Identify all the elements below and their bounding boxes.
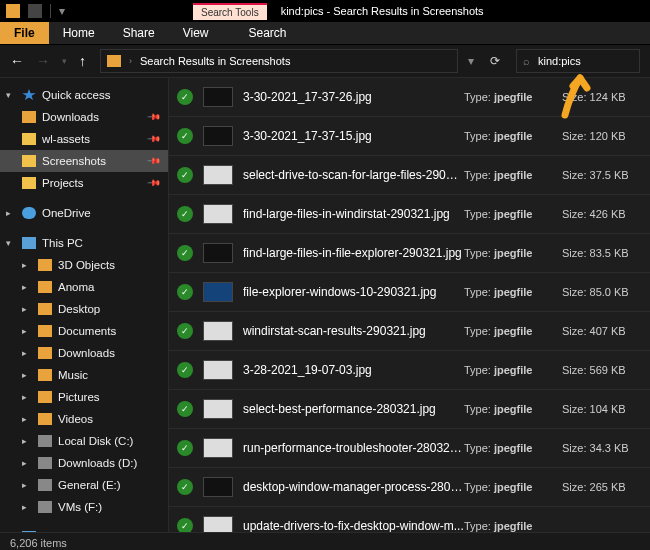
file-size: Size: 124 KB	[554, 91, 642, 103]
file-size: Size: 426 KB	[554, 208, 642, 220]
search-tools-tab[interactable]: Search Tools	[193, 3, 267, 20]
pin-icon: 📌	[147, 110, 162, 125]
tree-item[interactable]: ▸Videos	[0, 408, 168, 430]
file-type: Type: jpegfile	[464, 403, 554, 415]
file-size: Size: 265 KB	[554, 481, 642, 493]
tree-item[interactable]: wl-assets📌	[0, 128, 168, 150]
file-size: Size: 83.5 KB	[554, 247, 642, 259]
refresh-button[interactable]: ⟳	[484, 54, 506, 68]
file-type: Type: jpegfile	[464, 169, 554, 181]
search-icon: ⌕	[523, 55, 530, 67]
menu-share[interactable]: Share	[109, 22, 169, 44]
menu-view[interactable]: View	[169, 22, 223, 44]
menubar: File Home Share View Search	[0, 22, 650, 44]
window-title: kind:pics - Search Results in Screenshot…	[281, 5, 484, 17]
back-button[interactable]: ←	[10, 53, 24, 69]
folder-icon	[38, 391, 52, 403]
file-list[interactable]: ✓3-30-2021_17-37-26.jpgType: jpegfileSiz…	[169, 78, 650, 532]
file-size: Size: 34.3 KB	[554, 442, 642, 454]
tree-item[interactable]: ▸Downloads	[0, 342, 168, 364]
file-row[interactable]: ✓select-drive-to-scan-for-large-files-29…	[169, 156, 650, 195]
history-dropdown[interactable]: ▾	[62, 56, 67, 66]
pin-icon: 📌	[147, 154, 162, 169]
sync-status-icon: ✓	[177, 245, 193, 261]
dropdown-icon[interactable]: ▾	[59, 4, 65, 18]
tree-item[interactable]: ▸Downloads (D:)	[0, 452, 168, 474]
file-name: run-performance-troubleshooter-280321.j.…	[243, 441, 464, 455]
menu-file[interactable]: File	[0, 22, 49, 44]
sync-status-icon: ✓	[177, 167, 193, 183]
file-size: Size: 85.0 KB	[554, 286, 642, 298]
tree-this-pc[interactable]: ▾This PC	[0, 232, 168, 254]
tree-item[interactable]: Projects📌	[0, 172, 168, 194]
file-row[interactable]: ✓file-explorer-windows-10-290321.jpgType…	[169, 273, 650, 312]
file-row[interactable]: ✓update-drivers-to-fix-desktop-window-m.…	[169, 507, 650, 532]
save-icon[interactable]	[28, 4, 42, 18]
folder-icon	[38, 457, 52, 469]
sync-status-icon: ✓	[177, 479, 193, 495]
tree-item[interactable]: ▸Anoma	[0, 276, 168, 298]
sync-status-icon: ✓	[177, 401, 193, 417]
tree-item[interactable]: ▸VMs (F:)	[0, 496, 168, 518]
tree-item[interactable]: ▸Desktop	[0, 298, 168, 320]
chevron-right-icon: ›	[129, 56, 132, 66]
thumbnail	[203, 438, 233, 458]
file-row[interactable]: ✓select-best-performance-280321.jpgType:…	[169, 390, 650, 429]
thumbnail	[203, 243, 233, 263]
thumbnail	[203, 477, 233, 497]
file-name: desktop-window-manager-process-28031...	[243, 480, 464, 494]
folder-icon	[38, 325, 52, 337]
sync-status-icon: ✓	[177, 89, 193, 105]
file-name: windirstat-scan-results-290321.jpg	[243, 324, 464, 338]
file-row[interactable]: ✓desktop-window-manager-process-28031...…	[169, 468, 650, 507]
titlebar: ▾ Search Tools kind:pics - Search Result…	[0, 0, 650, 22]
breadcrumb[interactable]: › Search Results in Screenshots	[100, 49, 458, 73]
menu-search[interactable]: Search	[235, 22, 301, 44]
folder-icon	[38, 413, 52, 425]
up-button[interactable]: ↑	[79, 53, 86, 69]
file-name: 3-30-2021_17-37-15.jpg	[243, 129, 464, 143]
folder-icon	[6, 4, 20, 18]
thumbnail	[203, 204, 233, 224]
tree-item[interactable]: ▸General (E:)	[0, 474, 168, 496]
tree-item[interactable]: ▸3D Objects	[0, 254, 168, 276]
tree-onedrive[interactable]: ▸OneDrive	[0, 202, 168, 224]
tree-item[interactable]: Downloads📌	[0, 106, 168, 128]
item-count: 6,206 items	[10, 537, 67, 549]
file-type: Type: jpegfile	[464, 208, 554, 220]
tree-item[interactable]: ▸Music	[0, 364, 168, 386]
file-row[interactable]: ✓3-30-2021_17-37-26.jpgType: jpegfileSiz…	[169, 78, 650, 117]
sync-status-icon: ✓	[177, 323, 193, 339]
file-row[interactable]: ✓find-large-files-in-windirstat-290321.j…	[169, 195, 650, 234]
forward-button[interactable]: →	[36, 53, 50, 69]
file-row[interactable]: ✓find-large-files-in-file-explorer-29032…	[169, 234, 650, 273]
tree-quick-access[interactable]: ▾Quick access	[0, 84, 168, 106]
file-name: 3-30-2021_17-37-26.jpg	[243, 90, 464, 104]
file-type: Type: jpegfile	[464, 364, 554, 376]
tree-network[interactable]: ▸Network	[0, 526, 168, 532]
file-size: Size: 37.5 KB	[554, 169, 642, 181]
thumbnail	[203, 87, 233, 107]
tree-item[interactable]: ▸Local Disk (C:)	[0, 430, 168, 452]
file-type: Type: jpegfile	[464, 130, 554, 142]
tree-item-selected[interactable]: Screenshots📌	[0, 150, 168, 172]
tree-item[interactable]: ▸Documents	[0, 320, 168, 342]
sync-status-icon: ✓	[177, 440, 193, 456]
file-row[interactable]: ✓3-28-2021_19-07-03.jpgType: jpegfileSiz…	[169, 351, 650, 390]
file-type: Type: jpegfile	[464, 247, 554, 259]
file-type: Type: jpegfile	[464, 91, 554, 103]
folder-icon	[38, 281, 52, 293]
file-name: file-explorer-windows-10-290321.jpg	[243, 285, 464, 299]
file-row[interactable]: ✓3-30-2021_17-37-15.jpgType: jpegfileSiz…	[169, 117, 650, 156]
tree-item[interactable]: ▸Pictures	[0, 386, 168, 408]
thumbnail	[203, 321, 233, 341]
file-row[interactable]: ✓windirstat-scan-results-290321.jpgType:…	[169, 312, 650, 351]
search-input[interactable]	[536, 54, 620, 68]
folder-icon	[38, 435, 52, 447]
folder-icon	[38, 259, 52, 271]
menu-home[interactable]: Home	[49, 22, 109, 44]
file-row[interactable]: ✓run-performance-troubleshooter-280321.j…	[169, 429, 650, 468]
path-dropdown[interactable]: ▾	[468, 54, 474, 68]
search-box[interactable]: ⌕	[516, 49, 640, 73]
folder-icon	[22, 111, 36, 123]
